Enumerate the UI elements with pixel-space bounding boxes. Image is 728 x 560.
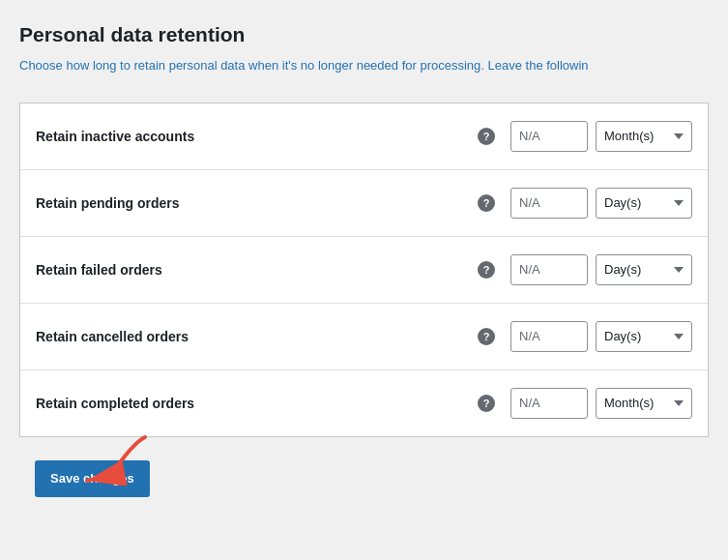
input-completed-orders[interactable] [510, 388, 588, 419]
controls-inactive-accounts: ?Month(s)Day(s)Year(s) [478, 121, 692, 152]
controls-completed-orders: ?Month(s)Day(s)Year(s) [478, 388, 692, 419]
controls-cancelled-orders: ?Day(s)Month(s)Year(s) [478, 321, 692, 352]
help-icon-failed-orders[interactable]: ? [478, 261, 495, 279]
settings-row-inactive-accounts: Retain inactive accounts?Month(s)Day(s)Y… [20, 103, 708, 170]
settings-table: Retain inactive accounts?Month(s)Day(s)Y… [19, 103, 709, 437]
help-icon-pending-orders[interactable]: ? [478, 194, 495, 212]
label-completed-orders: Retain completed orders [36, 396, 478, 411]
help-icon-inactive-accounts[interactable]: ? [478, 128, 495, 145]
select-cancelled-orders[interactable]: Day(s)Month(s)Year(s) [596, 321, 692, 352]
input-cancelled-orders[interactable] [510, 321, 588, 352]
select-failed-orders[interactable]: Day(s)Month(s)Year(s) [596, 254, 692, 285]
settings-row-failed-orders: Retain failed orders?Day(s)Month(s)Year(… [20, 237, 708, 304]
help-icon-cancelled-orders[interactable]: ? [478, 328, 495, 345]
controls-failed-orders: ?Day(s)Month(s)Year(s) [478, 254, 692, 285]
settings-row-cancelled-orders: Retain cancelled orders?Day(s)Month(s)Ye… [20, 304, 708, 370]
label-failed-orders: Retain failed orders [36, 262, 478, 278]
page-title: Personal data retention [19, 23, 709, 46]
label-cancelled-orders: Retain cancelled orders [36, 329, 478, 344]
arrow-icon [77, 432, 155, 486]
input-pending-orders[interactable] [510, 188, 588, 219]
input-inactive-accounts[interactable] [510, 121, 588, 152]
page-description: Choose how long to retain personal data … [19, 56, 709, 75]
select-completed-orders[interactable]: Month(s)Day(s)Year(s) [596, 388, 692, 419]
select-inactive-accounts[interactable]: Month(s)Day(s)Year(s) [596, 121, 692, 152]
settings-row-pending-orders: Retain pending orders?Day(s)Month(s)Year… [20, 170, 708, 237]
controls-pending-orders: ?Day(s)Month(s)Year(s) [478, 188, 692, 219]
label-pending-orders: Retain pending orders [36, 195, 478, 211]
label-inactive-accounts: Retain inactive accounts [36, 129, 478, 144]
settings-row-completed-orders: Retain completed orders?Month(s)Day(s)Ye… [20, 370, 708, 436]
footer-area: Save changes [19, 460, 709, 497]
help-icon-completed-orders[interactable]: ? [478, 395, 495, 412]
select-pending-orders[interactable]: Day(s)Month(s)Year(s) [596, 188, 692, 219]
page-container: Personal data retention Choose how long … [0, 0, 728, 520]
input-failed-orders[interactable] [510, 254, 588, 285]
